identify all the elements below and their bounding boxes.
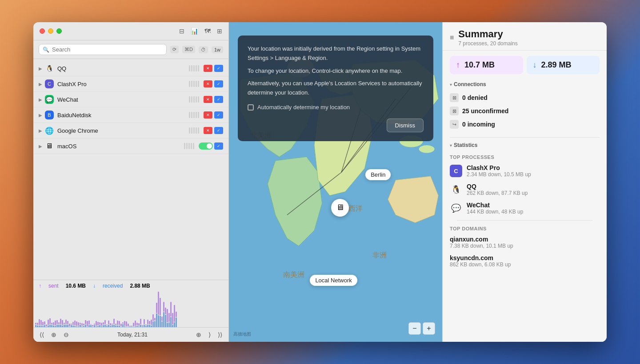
search-icon: 🔍 [43, 47, 49, 53]
command-d-badge: ⌘D [182, 46, 195, 53]
stat-wechat-icon: 💬 [450, 202, 462, 214]
popup-line2: To change your location, Control-click a… [248, 67, 424, 76]
process-item-chrome[interactable]: ▶ 🌐 Google Chrome ✕ ✓ [33, 123, 228, 138]
connections-section-header[interactable]: ▾ Connections [443, 79, 607, 89]
chart-bar-up [135, 320, 136, 326]
process-item-clashx[interactable]: ▶ C ClashX Pro ✕ ✓ [33, 76, 228, 92]
expand-arrow-clashx[interactable]: ▶ [39, 82, 42, 87]
refresh-button[interactable]: ⟳ [170, 46, 179, 53]
auto-location-row[interactable]: Automatically determine my location [248, 103, 424, 112]
stats-section: Top Processes C ClashX Pro 2.34 MB down,… [443, 150, 607, 274]
chart-bar-up [165, 308, 166, 314]
chart-bar-down [152, 321, 154, 327]
chart-bar-down [163, 312, 164, 327]
wechat-deny-btn[interactable]: ✕ [204, 96, 212, 103]
layout-icon[interactable]: ⊞ [217, 28, 222, 35]
stat-item-qq: 🐧 QQ 262 KB down, 87.7 KB up [450, 180, 600, 199]
sliders-icon[interactable]: ⊟ [179, 28, 184, 35]
chart-bar-pair [40, 292, 42, 327]
close-button[interactable] [40, 28, 45, 34]
expand-arrow-wechat[interactable]: ▶ [39, 97, 42, 102]
chart-bar-pair [119, 292, 120, 327]
bar-chart-icon[interactable]: 📊 [191, 28, 198, 35]
chrome-deny-btn[interactable]: ✕ [204, 127, 212, 134]
expand-arrow-macos[interactable]: ▶ [39, 144, 42, 149]
chart-bar-down [96, 326, 97, 328]
svg-text:非洲: 非洲 [372, 251, 387, 259]
macos-bars [184, 143, 194, 149]
timeline-start-btn[interactable]: ⟨⟨ [38, 330, 46, 339]
timeline-magnify-in-btn[interactable]: ⊕ [49, 330, 58, 339]
map-area[interactable]: 大西洋 非洲 南美洲 北美洲 Your location was initial… [229, 22, 442, 342]
upload-amount: 10.7 MB [464, 60, 495, 70]
time-filter[interactable]: 1w [212, 46, 223, 53]
zoom-out-btn[interactable]: − [408, 322, 421, 335]
process-item-wechat[interactable]: ▶ 💬 WeChat ✕ ✓ [33, 92, 228, 107]
zoom-in-btn[interactable]: + [423, 322, 435, 335]
expand-arrow-qq[interactable]: ▶ [39, 66, 42, 71]
dismiss-button[interactable]: Dismiss [387, 119, 424, 132]
chart-bar-up [39, 319, 40, 325]
timeline-forward-btn[interactable]: ⟩ [207, 330, 212, 339]
upload-arrow-icon: ↑ [456, 60, 460, 70]
chart-bar-down [117, 325, 118, 327]
baidu-deny-btn[interactable]: ✕ [204, 111, 212, 119]
process-item-qq[interactable]: ▶ 🐧 QQ ✕ ✓ [33, 61, 228, 76]
clashx-allow-btn[interactable]: ✓ [214, 80, 223, 87]
search-wrapper[interactable]: 🔍 [39, 44, 167, 55]
chart-bar-down [106, 326, 108, 327]
chart-bar-pair [56, 292, 58, 327]
search-input[interactable] [52, 46, 163, 53]
timeline-end-btn[interactable]: ⟩⟩ [216, 330, 224, 339]
clashx-deny-btn[interactable]: ✕ [204, 80, 212, 87]
chart-bar-pair [103, 292, 104, 327]
titlebar: ⊟ 📊 🗺 ⊞ [33, 22, 228, 40]
chart-bar-pair [51, 292, 52, 327]
wechat-allow-btn[interactable]: ✓ [214, 96, 223, 103]
qq-deny-btn[interactable]: ✕ [204, 65, 212, 72]
timeline-zoom-out-btn[interactable]: ⊖ [62, 330, 71, 339]
chrome-allow-btn[interactable]: ✓ [214, 127, 223, 134]
baidu-allow-btn[interactable]: ✓ [214, 111, 223, 119]
chart-bar-down [74, 326, 76, 327]
stat-wechat-detail: 144 KB down, 48 KB up [467, 209, 523, 215]
process-item-macos[interactable]: ▶ 🖥 macOS ✓ [33, 138, 228, 154]
macos-allow-btn[interactable]: ✓ [214, 142, 223, 150]
panel-subtitle: 7 processes, 20 domains [458, 40, 517, 47]
chart-bar-up [92, 325, 93, 326]
chart-bar-down [145, 326, 147, 328]
process-name-clashx: ClashX Pro [57, 81, 189, 87]
right-panel: ≡ Summary 7 processes, 20 domains ↑ 10.7… [442, 22, 607, 342]
chart-bar-down [168, 322, 170, 327]
auto-location-checkbox[interactable] [248, 104, 254, 111]
statistics-section-header[interactable]: ▾ Statistics [443, 140, 607, 150]
expand-arrow-chrome[interactable]: ▶ [39, 128, 42, 133]
chrome-icon: 🌐 [45, 126, 54, 135]
zoom-button[interactable] [56, 28, 62, 34]
denied-row: ⊠ 0 denied [450, 91, 600, 104]
expand-arrow-baidu[interactable]: ▶ [39, 113, 42, 118]
clashx-icon: C [45, 79, 54, 88]
chart-bar-pair [147, 292, 148, 327]
stat-item-wechat: 💬 WeChat 144 KB down, 48 KB up [450, 199, 600, 218]
chart-bar-up [37, 323, 38, 325]
chart-bar-up [172, 313, 173, 324]
panel-title: Summary [458, 28, 517, 40]
chart-bar-up [97, 322, 99, 325]
timeline-zoom-in-btn[interactable]: ⊕ [194, 330, 203, 339]
sent-amount: 10.6 MB [66, 283, 86, 289]
chart-bar-pair [74, 292, 76, 327]
stats-bar: ↑ sent 10.6 MB ↓ received 2.88 MB [33, 280, 228, 292]
popup-footer: Dismiss [248, 119, 424, 132]
map-icon[interactable]: 🗺 [204, 28, 211, 35]
panel-menu-icon[interactable]: ≡ [450, 34, 454, 42]
chart-bar-up [156, 303, 157, 313]
macos-toggle[interactable] [199, 142, 213, 150]
chart-bar-down [156, 313, 157, 327]
minimize-button[interactable] [48, 28, 53, 34]
chart-bar-pair [99, 292, 100, 327]
chart-bar-up [106, 324, 108, 325]
panel-header: ≡ Summary 7 processes, 20 domains [443, 22, 607, 51]
qq-allow-btn[interactable]: ✓ [214, 65, 223, 72]
process-item-baidu[interactable]: ▶ B BaiduNetdisk ✕ ✓ [33, 107, 228, 123]
